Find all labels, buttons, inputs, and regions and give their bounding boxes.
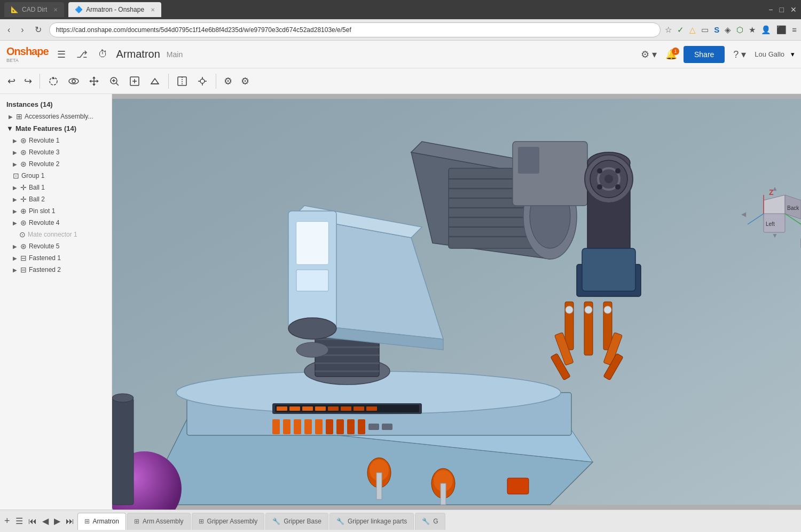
- tab-label-armatron: Armatron - Onshape: [86, 6, 144, 13]
- sidebar-item-ball1[interactable]: ▶ ✛ Ball 1: [0, 182, 112, 193]
- toolbar-orbit-button[interactable]: [65, 73, 83, 89]
- tab-gripper-linkage[interactable]: 🔧 Gripper linkage parts: [329, 513, 414, 530]
- nav-last-button[interactable]: ⏭: [64, 514, 76, 528]
- toolbar-forward-button[interactable]: ↪: [21, 73, 35, 89]
- toolbar-gear1-button[interactable]: ⚙: [221, 73, 235, 89]
- sidebar-label-pinslot1: Pin slot 1: [29, 207, 55, 215]
- group-icon-1: ⊡: [13, 171, 19, 180]
- toolbar-pan-button[interactable]: [85, 73, 103, 89]
- toolbar-separator-2: [168, 74, 169, 89]
- sidebar-item-revolute3[interactable]: ▶ ⊛ Revolute 3: [0, 146, 112, 158]
- sidebar: Instances (14) ▶ ⊞ Accessories Assembly.…: [0, 94, 112, 510]
- bookmark-icon[interactable]: ☆: [665, 25, 672, 35]
- extension-icon[interactable]: ◈: [725, 25, 731, 35]
- 3d-viewport-canvas[interactable]: Z Y Left Back ▲ ▼ ◀ ▶: [112, 94, 801, 510]
- help-button[interactable]: ? ▾: [731, 46, 748, 62]
- toolbar-explode-button[interactable]: [193, 73, 211, 89]
- history-button[interactable]: ⏱: [96, 46, 110, 62]
- hamburger-menu-button[interactable]: ☰: [55, 46, 68, 62]
- mate-features-header[interactable]: ▼ Mate Features (14): [6, 124, 107, 132]
- chevron-right-icon-p1: ▶: [13, 208, 17, 214]
- tab-label-cad: CAD Dirt: [22, 6, 47, 13]
- chevron-right-icon-r2: ▶: [13, 161, 17, 167]
- tab-armatron[interactable]: ⊞ Armatron: [77, 513, 126, 530]
- close-icon[interactable]: ✕: [790, 5, 797, 14]
- settings-icon-button[interactable]: ⚙ ▾: [639, 46, 659, 62]
- forward-button[interactable]: ›: [18, 23, 27, 37]
- browser-tab-armatron[interactable]: 🔷 Armatron - Onshape ✕: [68, 2, 161, 17]
- menu-icon[interactable]: ≡: [792, 25, 797, 34]
- tab-more[interactable]: 🔧 G: [415, 513, 445, 530]
- revolute-icon-3: ⊛: [20, 148, 27, 157]
- sidebar-item-fastened1[interactable]: ▶ ⊟ Fastened 1: [0, 252, 112, 264]
- svg-point-94: [585, 306, 592, 314]
- toolbar-fit-button[interactable]: [125, 73, 144, 89]
- tab-list-button[interactable]: ☰: [13, 514, 25, 528]
- add-tab-button[interactable]: +: [2, 513, 12, 529]
- svg-rect-17: [326, 419, 333, 434]
- bottom-tab-bar: + ☰ ⏮ ◀ ▶ ⏭ ⊞ Armatron ⊞ Arm Assembly ⊞ …: [0, 510, 801, 532]
- drive-icon[interactable]: △: [689, 25, 696, 35]
- person-icon[interactable]: 👤: [761, 25, 771, 35]
- tab-assembly-icon-armatron: ⊞: [84, 518, 90, 525]
- toolbar-section-button[interactable]: [173, 73, 191, 89]
- url-bar[interactable]: https://cad.onshape.com/documents/5d4d07…: [49, 22, 661, 37]
- sidebar-item-ball2[interactable]: ▶ ✛ Ball 2: [0, 193, 112, 205]
- viewport[interactable]: Z Y Left Back ▲ ▼ ◀ ▶: [112, 94, 801, 510]
- sidebar-label-ball2: Ball 2: [29, 195, 45, 203]
- nav-prev-button[interactable]: ◀: [40, 514, 51, 528]
- user-menu-button[interactable]: Lou Gallo: [755, 50, 784, 58]
- back-button[interactable]: ‹: [4, 23, 13, 37]
- monitor-icon[interactable]: ▭: [701, 25, 709, 35]
- chevron-down-icon: ▼: [6, 124, 13, 132]
- logo-beta: BETA: [6, 58, 19, 63]
- mate-features-section: ▼ Mate Features (14): [0, 122, 112, 135]
- minimize-icon[interactable]: −: [768, 5, 773, 14]
- document-title: Armatron: [116, 48, 160, 60]
- sidebar-item-fastened2[interactable]: ▶ ⊟ Fastened 2: [0, 264, 112, 276]
- sidebar-item-revolute4[interactable]: ▶ ⊛ Revolute 4: [0, 217, 112, 229]
- sidebar-item-revolute1[interactable]: ▶ ⊛ Revolute 1: [0, 135, 112, 146]
- toolbar-rotate-button[interactable]: [44, 73, 62, 89]
- nav-first-button[interactable]: ⏮: [26, 514, 39, 528]
- s-icon[interactable]: S: [714, 25, 719, 34]
- toolbar-perspective-button[interactable]: [146, 73, 164, 89]
- branch-icon-button[interactable]: ⎇: [74, 46, 90, 62]
- svg-rect-32: [277, 406, 287, 411]
- tab-close-armatron[interactable]: ✕: [151, 7, 155, 13]
- toolbar-back-button[interactable]: ↩: [4, 73, 19, 89]
- screen-icon[interactable]: ⬛: [776, 25, 787, 35]
- svg-text:Back: Back: [787, 205, 799, 211]
- tab-arm-assembly[interactable]: ⊞ Arm Assembly: [127, 513, 191, 530]
- tab-gripper-base[interactable]: 🔧 Gripper Base: [265, 513, 328, 530]
- tab-label-gripper-linkage: Gripper linkage parts: [348, 518, 407, 525]
- notification-button[interactable]: 🔔 1: [665, 49, 677, 60]
- sidebar-item-accessories[interactable]: ▶ ⊞ Accessories Assembly...: [0, 111, 112, 122]
- maximize-icon[interactable]: □: [780, 5, 784, 14]
- star-icon[interactable]: ★: [749, 25, 756, 35]
- tab-assembly-icon-arm: ⊞: [134, 518, 139, 525]
- tab-close-cad[interactable]: ✕: [53, 7, 58, 13]
- toolbar-zoom-button[interactable]: [105, 73, 123, 89]
- toolbar-gear2-button[interactable]: ⚙: [238, 73, 253, 89]
- svg-rect-84: [582, 248, 635, 291]
- sidebar-item-revolute2[interactable]: ▶ ⊛ Revolute 2: [0, 158, 112, 170]
- puzzle-icon[interactable]: ⬡: [736, 25, 743, 35]
- nav-next-button[interactable]: ▶: [52, 514, 62, 528]
- share-button[interactable]: Share: [684, 46, 725, 63]
- sidebar-item-group1[interactable]: ⊡ Group 1: [0, 170, 112, 182]
- chevron-right-icon-b1: ▶: [13, 185, 17, 191]
- svg-point-6: [200, 79, 205, 83]
- fastened-icon-2: ⊟: [20, 265, 27, 274]
- tab-label-armatron: Armatron: [93, 518, 119, 525]
- svg-text:Left: Left: [766, 221, 775, 227]
- sidebar-item-mateconnector1[interactable]: ⊙ Mate connector 1: [0, 229, 112, 240]
- browser-tab-cad-dirt[interactable]: 📐 CAD Dirt ✕: [4, 2, 64, 17]
- refresh-button[interactable]: ↻: [32, 22, 45, 37]
- sidebar-item-revolute5[interactable]: ▶ ⊛ Revolute 5: [0, 240, 112, 252]
- tab-gripper-assembly[interactable]: ⊞ Gripper Assembly: [192, 513, 265, 530]
- sidebar-item-pinslot1[interactable]: ▶ ⊕ Pin slot 1: [0, 205, 112, 217]
- svg-rect-18: [336, 419, 344, 434]
- instances-header: Instances (14): [0, 98, 112, 111]
- revolute-icon-2: ⊛: [20, 160, 27, 168]
